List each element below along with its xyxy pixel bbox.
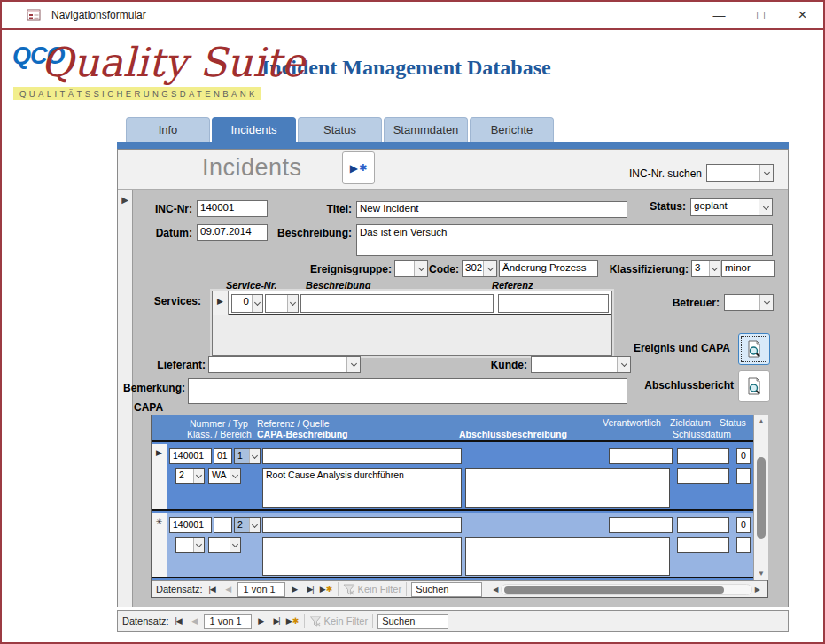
- capa-nummer-field[interactable]: 140001: [169, 448, 212, 464]
- previous-record-button[interactable]: ◀: [222, 582, 235, 596]
- chevron-down-icon[interactable]: [709, 261, 720, 276]
- scrollbar-thumb[interactable]: [504, 586, 724, 594]
- capa-beschreibung-field[interactable]: [262, 537, 462, 576]
- service-record-selector[interactable]: ▶: [213, 291, 229, 315]
- tab-info[interactable]: Info: [126, 117, 210, 142]
- abschlussbericht-button[interactable]: [738, 370, 770, 402]
- capa-verantwortlich-field[interactable]: [609, 448, 673, 464]
- service-nr-select[interactable]: 0: [231, 294, 263, 313]
- capa-abschlussbeschreibung-field[interactable]: [465, 468, 670, 508]
- chevron-down-icon[interactable]: [287, 295, 298, 312]
- capa-typ-field[interactable]: 01: [214, 448, 232, 464]
- chevron-down-icon[interactable]: [759, 199, 772, 215]
- beschreibung-field[interactable]: Das ist ein Versuch: [356, 224, 773, 256]
- horizontal-scrollbar[interactable]: ◀ ▶: [490, 583, 763, 596]
- service-typ-select[interactable]: [265, 294, 299, 313]
- next-record-button[interactable]: ▶: [288, 582, 301, 596]
- capa-zieldatum-field[interactable]: [677, 517, 729, 533]
- ereignisgruppe-select[interactable]: [394, 260, 428, 277]
- status-select[interactable]: geplant: [690, 198, 773, 216]
- capa-nr-select[interactable]: 1: [234, 448, 261, 464]
- capa-referenz-quelle-field[interactable]: [262, 517, 462, 533]
- capa-beschreibung-field[interactable]: Root Cause Analysis durchführen: [262, 468, 462, 508]
- scroll-right-icon[interactable]: ▶: [752, 586, 763, 594]
- chevron-down-icon[interactable]: [230, 469, 240, 483]
- first-record-button[interactable]: |◀: [206, 582, 219, 596]
- capa-referenz-quelle-field[interactable]: [262, 448, 462, 464]
- maximize-button[interactable]: □: [740, 2, 782, 28]
- chevron-down-icon[interactable]: [759, 295, 773, 310]
- capa-nr-select[interactable]: 2: [234, 517, 261, 533]
- capa-status-field[interactable]: 0: [736, 517, 751, 533]
- lieferant-select[interactable]: [208, 356, 361, 373]
- goto-new-record-button[interactable]: ▶ ✱: [342, 151, 375, 184]
- capa-klass-select[interactable]: [175, 537, 205, 553]
- ereignis-und-capa-button[interactable]: [738, 333, 770, 365]
- chevron-down-icon[interactable]: [249, 518, 260, 532]
- capa-schluss-status-field[interactable]: [736, 468, 751, 484]
- capa-nummer-field[interactable]: 140001: [169, 517, 212, 533]
- capa-schluss-status-field[interactable]: [736, 537, 751, 553]
- record-search-box[interactable]: Suchen: [411, 582, 482, 597]
- inc-search-select[interactable]: [706, 164, 774, 182]
- filter-state-label: Kein Filter: [358, 584, 402, 594]
- chevron-down-icon[interactable]: [193, 469, 204, 483]
- last-record-button[interactable]: ▶|: [304, 582, 317, 596]
- chevron-down-icon[interactable]: [759, 165, 773, 181]
- capa-bereich-select[interactable]: WA: [208, 468, 241, 484]
- klassifizierung-select[interactable]: 3: [691, 260, 720, 277]
- previous-record-button[interactable]: ◀: [188, 614, 201, 628]
- vertical-scrollbar[interactable]: ▲ ▼: [753, 415, 768, 580]
- scrollbar-thumb[interactable]: [757, 457, 766, 539]
- code-select[interactable]: 302: [462, 260, 497, 277]
- scrollbar-track[interactable]: [501, 584, 752, 595]
- form-record-selector[interactable]: ▶: [118, 190, 133, 607]
- scroll-up-icon[interactable]: ▲: [758, 418, 765, 425]
- betreuer-select[interactable]: [724, 294, 774, 311]
- record-search-box[interactable]: Suchen: [377, 614, 448, 629]
- scroll-down-icon[interactable]: ▼: [758, 570, 765, 578]
- record-selector[interactable]: ▶: [152, 444, 167, 509]
- next-record-button[interactable]: ▶: [254, 614, 268, 628]
- titel-field[interactable]: New Incident: [356, 201, 627, 218]
- service-beschreibung-field[interactable]: [300, 294, 494, 313]
- chevron-down-icon[interactable]: [193, 538, 204, 552]
- chevron-down-icon[interactable]: [617, 357, 630, 372]
- datum-field[interactable]: 09.07.2014: [197, 224, 268, 241]
- close-button[interactable]: ×: [782, 2, 823, 28]
- chevron-down-icon[interactable]: [483, 261, 496, 276]
- capa-table-header: Nummer / Typ Referenz / Quelle Verantwor…: [152, 415, 753, 442]
- kunde-select[interactable]: [531, 356, 631, 373]
- klassifizierung-text-field[interactable]: minor: [721, 260, 775, 277]
- tab-status[interactable]: Status: [298, 117, 382, 142]
- service-referenz-field[interactable]: [498, 294, 609, 313]
- chevron-down-icon[interactable]: [252, 295, 262, 312]
- chevron-down-icon[interactable]: [346, 357, 360, 372]
- capa-typ-field[interactable]: [214, 517, 232, 533]
- tab-incidents[interactable]: Incidents: [212, 117, 296, 142]
- inc-nr-field[interactable]: 140001: [197, 200, 268, 217]
- capa-verantwortlich-field[interactable]: [609, 517, 673, 533]
- capa-klass-select[interactable]: 2: [175, 468, 205, 484]
- capa-status-field[interactable]: 0: [736, 448, 751, 464]
- capa-abschlussbeschreibung-field[interactable]: [465, 537, 670, 576]
- col-nummer-typ: Nummer / Typ: [190, 418, 248, 429]
- chevron-down-icon[interactable]: [230, 538, 240, 552]
- new-record-button[interactable]: ▶✱: [320, 582, 333, 596]
- chevron-down-icon[interactable]: [249, 449, 260, 463]
- capa-bereich-select[interactable]: [208, 537, 241, 553]
- scroll-left-icon[interactable]: ◀: [490, 586, 501, 594]
- bemerkung-field[interactable]: [188, 378, 627, 404]
- tab-stammdaten[interactable]: Stammdaten: [384, 117, 468, 142]
- capa-schlussdatum-field[interactable]: [677, 537, 729, 553]
- capa-schlussdatum-field[interactable]: [677, 468, 729, 484]
- capa-nr-value: 1: [235, 449, 249, 463]
- first-record-button[interactable]: |◀: [172, 614, 185, 628]
- capa-zieldatum-field[interactable]: [677, 448, 729, 464]
- tab-berichte[interactable]: Berichte: [470, 117, 554, 142]
- minimize-button[interactable]: —: [698, 2, 740, 28]
- new-record-button[interactable]: ▶✱: [286, 614, 300, 628]
- last-record-button[interactable]: ▶|: [270, 614, 284, 628]
- new-record-selector[interactable]: ✳: [152, 513, 167, 577]
- code-text-field[interactable]: Änderung Prozess: [499, 260, 598, 277]
